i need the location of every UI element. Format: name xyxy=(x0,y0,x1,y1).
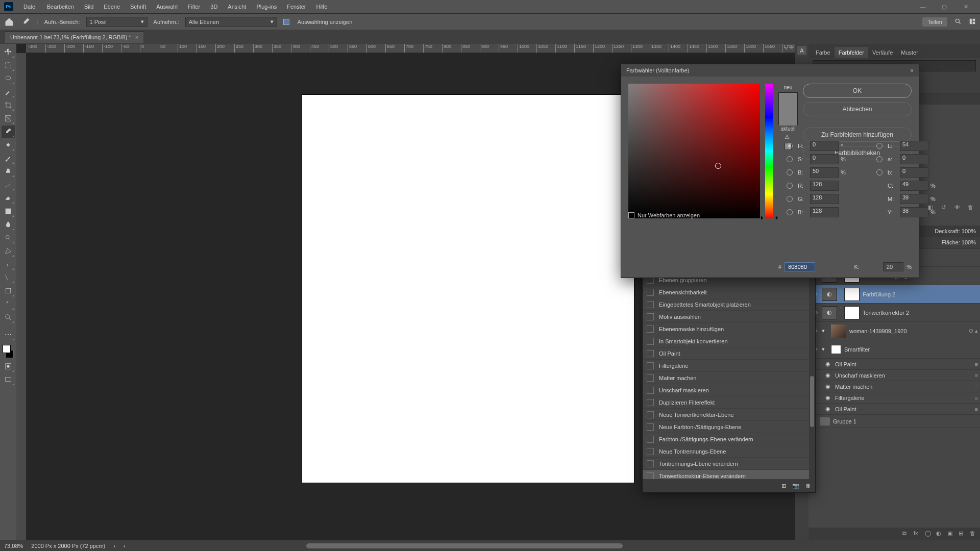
layer-row[interactable]: ◉Unscharf maskieren≡ xyxy=(808,370,980,381)
show-ring-checkbox[interactable] xyxy=(283,19,289,25)
marquee-tool[interactable] xyxy=(2,59,15,71)
document-canvas[interactable] xyxy=(302,95,634,483)
tab-muster[interactable]: Muster xyxy=(897,47,922,58)
history-state[interactable]: Ebenenmaske hinzufügen xyxy=(643,323,815,335)
edit-toolbar[interactable]: ⋯ xyxy=(2,329,15,341)
layer-row[interactable]: ◉Oil Paint≡ xyxy=(808,359,980,370)
heal-tool[interactable] xyxy=(2,139,15,151)
r-input[interactable]: 128 xyxy=(810,181,839,191)
r-radio[interactable] xyxy=(787,183,793,189)
mask-thumbnail[interactable] xyxy=(844,288,860,301)
close-doc-icon[interactable]: × xyxy=(790,45,793,51)
fx-settings-icon[interactable]: ≡ xyxy=(975,406,978,412)
layer-row[interactable]: 👁▾Smartfilter xyxy=(808,340,980,359)
delete-state-icon[interactable]: 🗑 xyxy=(805,483,811,489)
b-radio[interactable] xyxy=(787,169,793,176)
web-colors-checkbox[interactable] xyxy=(628,212,634,218)
hue-slider[interactable] xyxy=(765,84,773,218)
window-minimize[interactable]: — xyxy=(913,4,933,10)
k-input[interactable]: 20 xyxy=(883,262,903,271)
share-button[interactable]: Teilen xyxy=(922,17,947,27)
move-tool[interactable] xyxy=(2,46,15,58)
menu-filter[interactable]: Filter xyxy=(183,2,205,12)
shape-tool[interactable] xyxy=(2,285,15,297)
chevron-right-icon[interactable]: › xyxy=(113,543,115,549)
zoom-tool[interactable] xyxy=(2,311,15,323)
history-state[interactable]: Filtergalerie xyxy=(643,360,815,372)
history-state[interactable]: Unscharf maskieren xyxy=(643,384,815,396)
h-radio[interactable] xyxy=(787,143,793,149)
new-snapshot-icon[interactable]: ⊞ xyxy=(781,483,786,489)
mask-icon[interactable]: ◯ xyxy=(925,530,932,537)
group-icon[interactable]: ▣ xyxy=(947,530,954,537)
cancel-button[interactable]: Abbrechen xyxy=(803,102,912,116)
lab-b-radio[interactable] xyxy=(876,169,883,176)
layer-thumbnail[interactable] xyxy=(831,324,846,338)
chevron-left-icon[interactable]: ‹ xyxy=(124,543,126,549)
eyedropper-icon[interactable] xyxy=(20,17,31,27)
eyedropper-tool[interactable] xyxy=(2,126,15,138)
eraser-tool[interactable] xyxy=(2,192,15,204)
c-input[interactable]: 49 xyxy=(900,181,928,191)
hex-input[interactable]: 808080 xyxy=(785,262,815,271)
history-brush-tool[interactable] xyxy=(2,179,15,191)
zoom-level[interactable]: 73,08% xyxy=(4,543,23,549)
sample-area-select[interactable]: 1 Pixel▾ xyxy=(86,17,148,27)
home-icon[interactable] xyxy=(4,17,14,27)
layer-row[interactable]: 👁▾woman-1439909_1920⊙ ▴ xyxy=(808,322,980,340)
g-input[interactable]: 128 xyxy=(810,194,839,204)
reset-icon[interactable]: ↺ xyxy=(941,204,949,212)
crop-tool[interactable] xyxy=(2,99,15,111)
window-maximize[interactable]: ▢ xyxy=(934,4,954,10)
link-layers-icon[interactable]: ⧉ xyxy=(902,530,910,537)
history-state[interactable]: Neue Tontrennungs-Ebene xyxy=(643,445,815,458)
fx-settings-icon[interactable]: ≡ xyxy=(975,372,978,379)
delete-layer-icon[interactable]: 🗑 xyxy=(970,530,977,537)
pen-tool[interactable] xyxy=(2,245,15,257)
bval-input[interactable]: 50 xyxy=(810,167,839,178)
history-state[interactable]: Tontrennungs-Ebene verändern xyxy=(643,458,815,470)
gamut-warning-icon[interactable]: ⚠ xyxy=(785,134,792,141)
brush-tool[interactable] xyxy=(2,152,15,164)
workspace-icon[interactable] xyxy=(969,18,976,26)
sv-color-field[interactable] xyxy=(628,84,760,218)
gradient-tool[interactable] xyxy=(2,205,15,217)
text-tool[interactable]: T xyxy=(2,258,15,270)
tab-farbfelder[interactable]: Farbfelder xyxy=(835,47,868,58)
menu-auswahl[interactable]: Auswahl xyxy=(151,2,183,12)
m-input[interactable]: 39 xyxy=(900,194,928,204)
menu-datei[interactable]: Datei xyxy=(18,2,42,12)
camera-icon[interactable]: 📷 xyxy=(792,483,799,489)
layer-row[interactable]: ▸Gruppe 1 xyxy=(808,415,980,428)
layer-row[interactable]: ◉Filtergalerie≡ xyxy=(808,392,980,404)
fx-toggle-icon[interactable]: ◉ xyxy=(824,372,832,379)
fx-settings-icon[interactable]: ≡ xyxy=(975,361,978,367)
history-state[interactable]: Eingebettetes Smartobjekt platzieren xyxy=(643,298,815,311)
menu-plug-ins[interactable]: Plug-ins xyxy=(251,2,282,12)
document-tab[interactable]: Unbenannt-1 bei 73,1% (Farbfüllung 2, RG… xyxy=(5,31,143,43)
ok-button[interactable]: OK xyxy=(803,84,912,98)
mask-thumbnail[interactable] xyxy=(844,306,860,319)
menu-schrift[interactable]: Schrift xyxy=(125,2,151,12)
hand-tool[interactable] xyxy=(2,298,15,310)
history-state[interactable]: Matter machen xyxy=(643,372,815,384)
menu-fenster[interactable]: Fenster xyxy=(282,2,311,12)
history-state[interactable]: In Smartobjekt konvertieren xyxy=(643,335,815,347)
sample-layers-select[interactable]: Alle Ebenen▾ xyxy=(185,17,277,27)
collapse-icon[interactable]: « xyxy=(785,45,788,51)
menu-ebene[interactable]: Ebene xyxy=(99,2,125,12)
layer-row[interactable]: 👁◐⋮Farbfüllung 2 xyxy=(808,285,980,304)
l-radio[interactable] xyxy=(876,143,883,149)
stamp-tool[interactable] xyxy=(2,165,15,178)
fx-toggle-icon[interactable]: ◉ xyxy=(824,383,832,390)
tab-farbe[interactable]: Farbe xyxy=(812,47,835,58)
blur-tool[interactable] xyxy=(2,218,15,231)
history-state[interactable]: Farbton-/Sättigungs-Ebene verändern xyxy=(643,433,815,445)
adjustment-icon[interactable]: ◐ xyxy=(936,530,943,537)
history-state[interactable]: Tonwertkorrektur-Ebene verändern xyxy=(643,470,815,479)
bb-radio[interactable] xyxy=(787,209,793,215)
opacity-value[interactable]: 100% xyxy=(962,228,976,234)
l-input[interactable]: 54 xyxy=(900,141,928,151)
history-state[interactable]: Oil Paint xyxy=(643,347,815,360)
horizontal-scrollbar[interactable] xyxy=(306,543,623,548)
